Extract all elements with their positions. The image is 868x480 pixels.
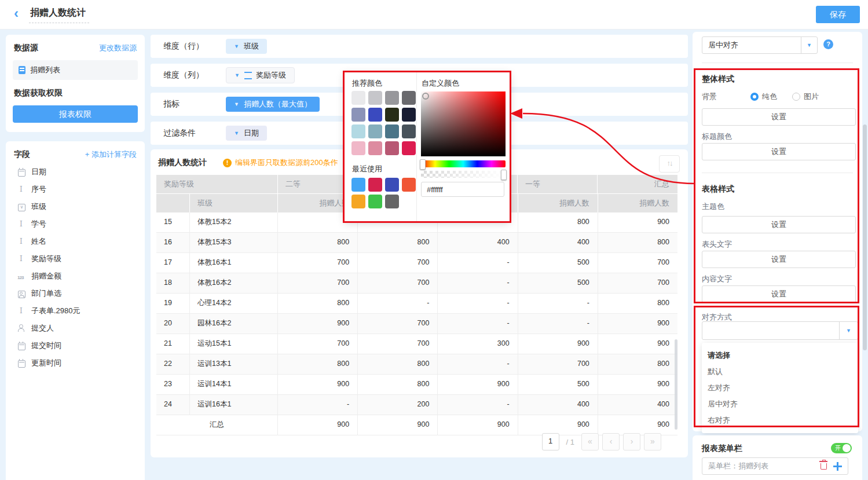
color-swatch[interactable]: [368, 124, 382, 138]
field-label: 班级: [31, 201, 46, 212]
color-swatch[interactable]: [368, 91, 382, 105]
saturation-picker[interactable]: [421, 91, 506, 156]
field-item[interactable]: 班级: [6, 198, 145, 215]
delete-icon[interactable]: [821, 463, 827, 470]
field-chip[interactable]: 班级: [226, 39, 267, 54]
color-swatch[interactable]: [385, 141, 399, 155]
color-swatch[interactable]: [368, 108, 382, 122]
group-header-cell: 汇总: [598, 175, 677, 193]
value-cell: 700: [278, 334, 358, 354]
radio-solid-color[interactable]: 纯色: [750, 91, 777, 102]
value-cell: 800: [358, 375, 438, 394]
alpha-slider[interactable]: [421, 171, 506, 178]
page-nav-button[interactable]: «: [581, 433, 599, 450]
align-option[interactable]: 右对齐: [702, 412, 858, 428]
field-item[interactable]: 学号: [6, 215, 145, 233]
background-set-button[interactable]: 设置: [702, 108, 856, 126]
color-swatch[interactable]: [402, 124, 416, 138]
field-item[interactable]: 捐赠金额: [6, 268, 145, 285]
align-mode-select[interactable]: ▼: [702, 321, 858, 340]
value-cell: 400: [438, 233, 518, 252]
field-item[interactable]: 姓名: [6, 233, 145, 250]
field-item[interactable]: 提交时间: [6, 337, 145, 354]
chevron-down-icon[interactable]: ▼: [839, 322, 858, 339]
value-cell: 500: [518, 375, 598, 394]
theme-color-set-button[interactable]: 设置: [702, 216, 856, 233]
color-swatch[interactable]: [368, 141, 382, 155]
save-button[interactable]: 保存: [816, 6, 860, 23]
field-item[interactable]: 更新时间: [6, 354, 145, 372]
change-datasource-link[interactable]: 更改数据源: [99, 43, 137, 53]
page-nav-button[interactable]: ‹: [602, 433, 620, 450]
color-swatch[interactable]: [385, 91, 399, 105]
recent-colors-label: 最近使用: [352, 164, 382, 174]
page-title[interactable]: 捐赠人数统计: [29, 6, 89, 23]
color-swatch[interactable]: [402, 91, 416, 105]
hue-slider[interactable]: [421, 160, 506, 167]
color-swatch[interactable]: [368, 178, 382, 192]
add-calculated-field-link[interactable]: + 添加计算字段: [85, 149, 137, 160]
field-item[interactable]: 提交人: [6, 320, 145, 337]
field-chip[interactable]: 捐赠人数（最大值）: [226, 97, 320, 112]
datasource-item[interactable]: 捐赠列表: [13, 60, 138, 80]
table-row: 23 运训14本1 900 800 900 500: [156, 375, 677, 395]
color-swatch[interactable]: [368, 195, 382, 208]
color-swatch[interactable]: [351, 108, 365, 122]
field-item[interactable]: 奖励等级: [6, 250, 145, 268]
color-swatch[interactable]: [351, 141, 365, 155]
color-swatch[interactable]: [402, 108, 416, 122]
field-item[interactable]: 子表单.2980元: [6, 302, 145, 320]
color-swatch[interactable]: [351, 178, 365, 192]
color-swatch[interactable]: [351, 91, 365, 105]
color-swatch[interactable]: [351, 195, 365, 208]
align-option[interactable]: 左对齐: [702, 380, 858, 396]
report-permission-button[interactable]: 报表权限: [13, 105, 138, 123]
title-color-set-button[interactable]: 设置: [702, 143, 856, 160]
alpha-slider-handle[interactable]: [501, 170, 507, 180]
panel-scrollbar[interactable]: [863, 124, 867, 350]
align-option[interactable]: 请选择: [702, 347, 858, 364]
value-cell: -: [438, 395, 518, 415]
row-index-cell: 18: [156, 273, 190, 293]
field-item[interactable]: 部门单选: [6, 285, 145, 302]
content-text-set-button[interactable]: 设置: [702, 285, 856, 303]
field-item[interactable]: 序号: [6, 181, 145, 198]
value-cell: -: [438, 273, 518, 293]
sort-toggle-button[interactable]: ↑↓: [659, 155, 680, 173]
move-icon[interactable]: [833, 462, 842, 471]
color-swatch[interactable]: [385, 108, 399, 122]
align-option[interactable]: 默认: [702, 364, 858, 380]
color-swatch[interactable]: [385, 124, 399, 138]
color-swatch[interactable]: [402, 141, 416, 155]
field-chip[interactable]: 奖励等级: [226, 67, 295, 83]
color-swatch[interactable]: [385, 178, 399, 192]
hue-slider-handle[interactable]: [420, 159, 426, 170]
page-nav-button[interactable]: »: [644, 433, 661, 450]
table-row: 17 体教16本1 700 700 - 500: [156, 253, 677, 273]
color-swatch[interactable]: [385, 195, 399, 208]
chevron-down-icon: [234, 43, 239, 49]
hex-color-input[interactable]: [421, 182, 504, 197]
page-nav-button[interactable]: ›: [623, 433, 640, 450]
header-text-set-button[interactable]: 设置: [702, 251, 856, 268]
menubar-toggle[interactable]: 开: [831, 443, 852, 453]
table-scrollbar[interactable]: [675, 339, 677, 430]
page-number-input[interactable]: 1: [542, 433, 559, 450]
index-header-cell: [156, 194, 190, 212]
config-row-label: 维度（行）: [151, 41, 226, 52]
chevron-down-icon[interactable]: ▼: [801, 37, 817, 53]
alignment-select[interactable]: 居中对齐 ▼: [702, 36, 818, 54]
saturation-marker-icon[interactable]: [422, 93, 429, 100]
fields-title: 字段: [14, 149, 30, 160]
color-swatch[interactable]: [402, 178, 416, 192]
color-swatch[interactable]: [351, 124, 365, 138]
align-option[interactable]: 居中对齐: [702, 396, 858, 412]
radio-image[interactable]: 图片: [792, 91, 819, 102]
table-row: 21 运动15本1 700 700 300 900: [156, 334, 677, 354]
field-item[interactable]: 日期: [6, 163, 145, 181]
field-type-icon: [17, 307, 25, 315]
help-icon[interactable]: ?: [823, 39, 833, 49]
back-icon[interactable]: ‹: [14, 8, 19, 19]
plus-icon: +: [85, 150, 90, 159]
field-chip[interactable]: 日期: [226, 126, 267, 141]
